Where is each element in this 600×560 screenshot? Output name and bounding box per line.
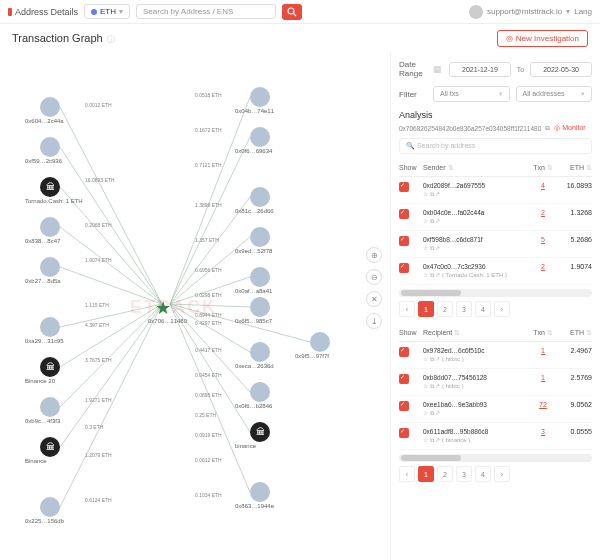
node-label: 0x04b…74e11 — [235, 108, 274, 114]
address-link[interactable]: 0x9782ed…6c6f510c — [423, 347, 530, 354]
graph-node[interactable] — [40, 217, 60, 237]
txn-link[interactable]: 3 — [541, 428, 545, 435]
page-3[interactable]: 3 — [456, 466, 472, 482]
txn-link[interactable]: 2 — [541, 263, 545, 270]
recipients-scroll[interactable] — [399, 454, 592, 462]
page-2[interactable]: 2 — [437, 466, 453, 482]
page-next[interactable]: › — [494, 301, 510, 317]
search-input[interactable]: Search by Address / ENS — [136, 4, 276, 19]
filter-label: Filter — [399, 90, 427, 99]
edge-label: 0.0612 ETH — [195, 457, 222, 463]
page-2[interactable]: 2 — [437, 301, 453, 317]
calendar-icon[interactable]: ▦ — [433, 64, 443, 74]
show-checkbox[interactable] — [399, 182, 409, 192]
graph-node[interactable] — [40, 137, 60, 157]
eth-value: 5.2686 — [556, 236, 592, 243]
monitor-button[interactable]: ◎ Monitor — [554, 124, 585, 132]
address-link[interactable]: 0x611adf8…95b886c8 — [423, 428, 530, 435]
address-link[interactable]: 0xb8dd07…75456128 — [423, 374, 530, 381]
page-1[interactable]: 1 — [418, 301, 434, 317]
zoom-out-button[interactable]: ⊖ — [366, 269, 382, 285]
date-to-input[interactable]: 2022-05-30 — [530, 62, 592, 77]
node-label: 0x81c…26d66 — [235, 208, 274, 214]
download-button[interactable]: ⤓ — [366, 313, 382, 329]
user-menu[interactable]: support@misttrack.io▾Lang — [469, 5, 592, 19]
graph-node[interactable] — [250, 297, 270, 317]
edge-label: 0.25 ETH — [195, 412, 216, 418]
search-icon — [287, 7, 297, 17]
date-range-label: Date Range — [399, 60, 427, 78]
graph-node[interactable] — [250, 482, 270, 502]
txn-link[interactable]: 1 — [541, 347, 545, 354]
show-checkbox[interactable] — [399, 263, 409, 273]
new-investigation-button[interactable]: ◎New Investigation — [497, 30, 588, 47]
table-row: 0xb04c0e…fa02c44a☆ ⧉ ↗ 2 1.3268 — [399, 204, 592, 231]
txn-link[interactable]: 72 — [539, 401, 547, 408]
recipients-pagination: ‹1234› — [399, 466, 592, 482]
page-prev[interactable]: ‹ — [399, 301, 415, 317]
svg-line-1 — [294, 13, 297, 16]
address-link[interactable]: 0xd2089f…2a697555 — [423, 182, 530, 189]
graph-node[interactable] — [40, 257, 60, 277]
fit-button[interactable]: ✕ — [366, 291, 382, 307]
edge-label: 0.0454 ETH — [195, 372, 222, 378]
show-checkbox[interactable] — [399, 374, 409, 384]
svg-line-10 — [60, 304, 162, 447]
search-address-input[interactable]: 🔍 Search by address — [399, 138, 592, 154]
graph-node[interactable] — [250, 187, 270, 207]
chain-selector[interactable]: ETH▾ — [84, 4, 130, 19]
graph-node[interactable] — [250, 127, 270, 147]
copy-icon[interactable]: ⧉ — [545, 124, 550, 132]
graph-node[interactable] — [40, 397, 60, 417]
node-label: 0x0af…a8a41 — [235, 288, 272, 294]
page-1[interactable]: 1 — [418, 466, 434, 482]
address-link[interactable]: 0xf598b8…c6dc871f — [423, 236, 530, 243]
show-checkbox[interactable] — [399, 347, 409, 357]
graph-node[interactable] — [250, 87, 270, 107]
show-checkbox[interactable] — [399, 209, 409, 219]
graph-node[interactable] — [250, 342, 270, 362]
address-filter-select[interactable]: All addresses▾ — [516, 86, 593, 102]
date-from-input[interactable]: 2021-12-19 — [449, 62, 511, 77]
graph-node[interactable]: 🏛 — [40, 357, 60, 377]
center-node-label: 0x706…11480 — [148, 318, 187, 324]
show-checkbox[interactable] — [399, 236, 409, 246]
graph-node[interactable] — [250, 227, 270, 247]
search-button[interactable] — [282, 4, 302, 20]
eth-value: 2.5769 — [556, 374, 592, 381]
avatar — [469, 5, 483, 19]
address-link[interactable]: 0x47c0c0…7c3c2936 — [423, 263, 530, 270]
edge-label: 3.7675 ETH — [85, 357, 112, 363]
page-next[interactable]: › — [494, 466, 510, 482]
graph-node[interactable]: 🏛 — [250, 422, 270, 442]
graph-node[interactable]: 🏛 — [40, 437, 60, 457]
page-4[interactable]: 4 — [475, 466, 491, 482]
target-icon: ◎ — [506, 34, 513, 43]
address-link[interactable]: 0xb04c0e…fa02c44a — [423, 209, 530, 216]
graph-node[interactable] — [40, 497, 60, 517]
page-3[interactable]: 3 — [456, 301, 472, 317]
graph-node[interactable] — [40, 317, 60, 337]
address-link[interactable]: 0xee1ba6…9e3abb93 — [423, 401, 530, 408]
txn-link[interactable]: 1 — [541, 374, 545, 381]
info-icon[interactable]: ⓘ — [107, 35, 115, 44]
tx-filter-select[interactable]: All txs▾ — [433, 86, 510, 102]
graph-node[interactable] — [250, 267, 270, 287]
page-4[interactable]: 4 — [475, 301, 491, 317]
edge-label: 4.397 ETH — [85, 322, 109, 328]
txn-link[interactable]: 2 — [541, 209, 545, 216]
transaction-graph[interactable]: 0x604…2c44a0xf59…2c936🏛Tornado.Cash: 1 E… — [0, 52, 390, 560]
show-checkbox[interactable] — [399, 428, 409, 438]
senders-scroll[interactable] — [399, 289, 592, 297]
graph-node[interactable]: 🏛 — [40, 177, 60, 197]
graph-node[interactable] — [250, 382, 270, 402]
txn-link[interactable]: 4 — [541, 182, 545, 189]
brand: Address Details — [8, 7, 78, 17]
zoom-in-button[interactable]: ⊕ — [366, 247, 382, 263]
show-checkbox[interactable] — [399, 401, 409, 411]
graph-node[interactable] — [310, 332, 330, 352]
svg-line-9 — [60, 304, 162, 407]
page-prev[interactable]: ‹ — [399, 466, 415, 482]
txn-link[interactable]: 5 — [541, 236, 545, 243]
graph-node[interactable] — [40, 97, 60, 117]
